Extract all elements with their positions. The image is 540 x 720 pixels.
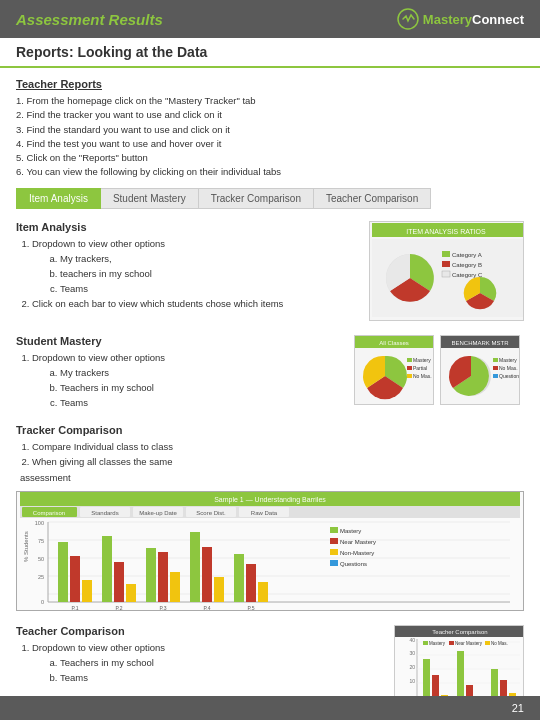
logo-text: MasteryConnect — [423, 12, 524, 27]
svg-rect-15 — [407, 358, 412, 362]
list-subitem: Teams — [60, 281, 359, 296]
svg-text:40: 40 — [409, 637, 415, 643]
svg-rect-73 — [234, 554, 244, 602]
item-analysis-svg: ITEM ANALYSIS RATIOS Category A Category… — [370, 221, 523, 321]
list-subitem: Teams — [60, 670, 384, 685]
svg-text:Questions: Questions — [340, 561, 367, 567]
svg-text:Mastery: Mastery — [340, 528, 361, 534]
list-item: Click on each bar to view which students… — [32, 296, 359, 311]
svg-text:Category B: Category B — [452, 262, 482, 268]
svg-text:50: 50 — [38, 556, 44, 562]
svg-rect-77 — [330, 527, 338, 533]
svg-rect-58 — [70, 556, 80, 602]
svg-text:Teacher Comparison: Teacher Comparison — [432, 629, 487, 635]
step-6: 6. You can view the following by clickin… — [16, 166, 281, 177]
svg-text:No Mas.: No Mas. — [413, 373, 432, 379]
list-item: assessment — [20, 470, 524, 485]
step-1: 1. From the homepage click on the "Maste… — [16, 95, 256, 106]
svg-rect-63 — [126, 584, 136, 602]
header: Assessment Results MasteryConnect — [0, 0, 540, 38]
item-analysis-list: Dropdown to view other options My tracke… — [16, 236, 359, 312]
content-sections: Item Analysis Dropdown to view other opt… — [16, 221, 524, 715]
svg-rect-24 — [493, 358, 498, 362]
student-mastery-title: Student Mastery — [16, 335, 344, 347]
svg-text:20: 20 — [409, 664, 415, 670]
svg-text:Standards: Standards — [91, 510, 118, 516]
svg-rect-112 — [485, 641, 490, 645]
sub-header: Reports: Looking at the Data — [0, 38, 540, 68]
svg-text:75: 75 — [38, 538, 44, 544]
logo-icon — [397, 8, 419, 30]
svg-text:Make-up Date: Make-up Date — [139, 510, 177, 516]
svg-rect-66 — [158, 552, 168, 602]
list-subitem: teachers in my school — [60, 266, 359, 281]
main-content: Teacher Reports 1. From the homepage cli… — [0, 68, 540, 720]
svg-text:30: 30 — [409, 650, 415, 656]
svg-text:% Students: % Students — [23, 531, 29, 562]
svg-text:P.3: P.3 — [160, 605, 167, 610]
teacher-comparison-title: Teacher Comparison — [16, 625, 384, 637]
tracker-comparison-list: Compare Individual class to class When g… — [16, 439, 524, 485]
svg-text:ITEM ANALYSIS RATIOS: ITEM ANALYSIS RATIOS — [406, 228, 486, 235]
svg-rect-5 — [442, 251, 450, 257]
step-3: 3. Find the standard you want to use and… — [16, 124, 230, 135]
svg-text:P.2: P.2 — [116, 605, 123, 610]
svg-text:Category A: Category A — [452, 252, 482, 258]
step-5: 5. Click on the "Reports" button — [16, 152, 148, 163]
svg-text:25: 25 — [38, 574, 44, 580]
tabs-row: Item Analysis Student Mastery Tracker Co… — [16, 188, 524, 209]
student-mastery-charts: All Classes Mastery Partial No Mas. — [354, 335, 524, 405]
svg-text:P.1: P.1 — [72, 605, 79, 610]
svg-text:10: 10 — [409, 678, 415, 684]
list-subitem: Teachers in my school — [60, 655, 384, 670]
svg-text:Non-Mastery: Non-Mastery — [340, 550, 374, 556]
sm-left-svg: All Classes Mastery Partial No Mas. — [355, 336, 433, 404]
svg-rect-75 — [258, 582, 268, 602]
tab-tracker-comparison[interactable]: Tracker Comparison — [199, 188, 314, 209]
list-subitem: Teams — [60, 395, 344, 410]
list-subitem: My trackers, — [60, 251, 359, 266]
item-analysis-row: Item Analysis Dropdown to view other opt… — [16, 221, 524, 321]
item-analysis-sublist: My trackers, teachers in my school Teams — [32, 251, 359, 297]
tracker-comparison-section: Tracker Comparison Compare Individual cl… — [16, 424, 524, 611]
tracker-comparison-title: Tracker Comparison — [16, 424, 524, 436]
sub-header-title: Reports: Looking at the Data — [16, 44, 207, 60]
svg-rect-83 — [330, 560, 338, 566]
teacher-comparison-sublist: Teachers in my school Teams — [32, 655, 384, 685]
svg-rect-110 — [449, 641, 454, 645]
svg-rect-26 — [493, 366, 498, 370]
svg-rect-7 — [442, 261, 450, 267]
svg-rect-17 — [407, 366, 412, 370]
svg-text:Mastery: Mastery — [429, 641, 446, 646]
student-mastery-list: Dropdown to view other options My tracke… — [16, 350, 344, 411]
svg-rect-61 — [102, 536, 112, 602]
svg-text:Comparison: Comparison — [33, 510, 65, 516]
svg-text:Sample 1 — Understanding Barri: Sample 1 — Understanding Barriles — [214, 496, 326, 504]
svg-text:No Mas.: No Mas. — [491, 641, 508, 646]
step-4: 4. Find the test you want to use and hov… — [16, 138, 221, 149]
svg-text:BENCHMARK MSTR: BENCHMARK MSTR — [451, 340, 509, 346]
list-subitem: My trackers — [60, 365, 344, 380]
svg-text:Partial: Partial — [413, 365, 427, 371]
student-mastery-chart-right: BENCHMARK MSTR Mastery No Mas. Questions — [440, 335, 520, 405]
tab-student-mastery[interactable]: Student Mastery — [101, 188, 199, 209]
svg-rect-70 — [202, 547, 212, 602]
step-2: 2. Find the tracker you want to use and … — [16, 109, 222, 120]
item-analysis-title: Item Analysis — [16, 221, 359, 233]
teacher-reports-title: Teacher Reports — [16, 78, 524, 90]
item-analysis-chart: ITEM ANALYSIS RATIOS Category A Category… — [369, 221, 524, 321]
list-item: Dropdown to view other options My tracke… — [32, 236, 359, 297]
svg-text:Score Dist.: Score Dist. — [196, 510, 226, 516]
tracker-comparison-text: Tracker Comparison Compare Individual cl… — [16, 424, 524, 485]
svg-rect-65 — [146, 548, 156, 602]
svg-rect-108 — [423, 641, 428, 645]
svg-rect-62 — [114, 562, 124, 602]
svg-text:Questions: Questions — [499, 373, 519, 379]
svg-rect-9 — [442, 271, 450, 277]
tab-item-analysis[interactable]: Item Analysis — [16, 188, 101, 209]
sm-right-svg: BENCHMARK MSTR Mastery No Mas. Questions — [441, 336, 519, 404]
teacher-comparison-text: Teacher Comparison Dropdown to view othe… — [16, 625, 384, 686]
svg-rect-69 — [190, 532, 200, 602]
tab-teacher-comparison[interactable]: Teacher Comparison — [314, 188, 431, 209]
teacher-comparison-list: Dropdown to view other options Teachers … — [16, 640, 384, 686]
